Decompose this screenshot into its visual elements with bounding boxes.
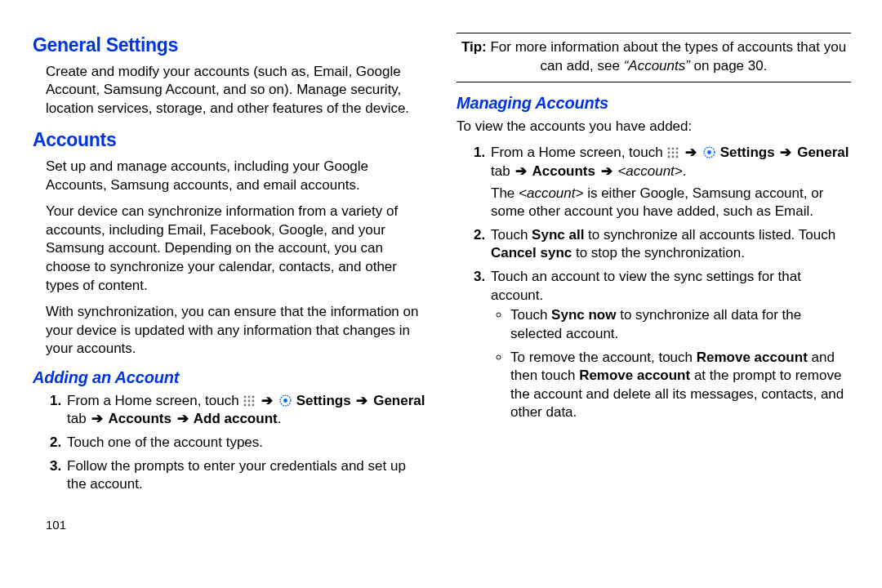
- paragraph: Create and modify your accounts (such as…: [46, 63, 427, 118]
- arrow-icon: ➔: [354, 393, 369, 408]
- bullet-item: Touch Sync now to synchronize all data f…: [510, 306, 851, 343]
- arrow-icon: ➔: [90, 411, 105, 426]
- heading-general-settings: General Settings: [33, 33, 427, 58]
- step-text: From a Home screen, touch: [491, 145, 666, 160]
- arrow-icon: ➔: [778, 145, 793, 160]
- label-accounts: Accounts: [528, 163, 599, 179]
- step-item: Touch one of the account types.: [65, 434, 427, 452]
- paragraph: Your device can synchronize information …: [46, 203, 427, 295]
- label-add-account: Add account: [190, 411, 278, 426]
- svg-point-18: [672, 156, 675, 158]
- svg-point-6: [244, 403, 247, 406]
- apps-icon: [667, 147, 679, 158]
- svg-point-15: [672, 152, 675, 154]
- label-settings: Settings: [720, 145, 779, 160]
- paragraph: With synchronization, you can ensure tha…: [46, 303, 427, 359]
- arrow-icon: ➔: [599, 163, 614, 179]
- svg-point-21: [707, 151, 711, 155]
- manual-page: General Settings Create and modify your …: [0, 0, 882, 588]
- tip-reference: “Accounts”: [624, 58, 690, 74]
- svg-point-3: [244, 399, 247, 402]
- label-general: General: [797, 145, 849, 160]
- label-remove-account: Remove account: [697, 350, 808, 365]
- svg-point-17: [668, 156, 670, 158]
- label-sync-now: Sync now: [551, 307, 616, 323]
- bullet-item: To remove the account, touch Remove acco…: [510, 349, 851, 422]
- steps-list: From a Home screen, touch ➔ Settings ➔ G…: [471, 144, 851, 422]
- label-accounts: Accounts: [105, 411, 175, 426]
- svg-point-13: [676, 148, 679, 150]
- svg-point-12: [672, 148, 675, 150]
- step-text: to synchronize all accounts listed. Touc…: [584, 227, 835, 243]
- text: .: [278, 411, 282, 426]
- svg-point-7: [248, 403, 251, 406]
- text: .: [683, 163, 687, 179]
- label-remove-account: Remove account: [579, 368, 690, 383]
- heading-adding-account: Adding an Account: [33, 367, 427, 389]
- step-text: to stop the synchronization.: [572, 245, 745, 261]
- label-general: General: [373, 393, 425, 408]
- account-placeholder: <account>: [519, 185, 583, 201]
- svg-point-14: [668, 152, 670, 154]
- arrow-icon: ➔: [514, 163, 528, 179]
- heading-accounts: Accounts: [33, 127, 427, 153]
- step-item: From a Home screen, touch ➔ Settings ➔ G…: [489, 144, 851, 220]
- step-text: From a Home screen, touch: [67, 393, 243, 408]
- tip-text: on page 30.: [690, 58, 768, 74]
- step-item: From a Home screen, touch ➔ Settings ➔ G…: [65, 392, 427, 429]
- svg-point-11: [668, 148, 670, 150]
- settings-gear-icon: [703, 146, 715, 158]
- step-text: The: [491, 185, 519, 201]
- bullet-list: Touch Sync now to synchronize all data f…: [496, 306, 851, 422]
- right-column: Tip: For more information about the type…: [457, 33, 851, 580]
- account-placeholder: <account>: [617, 163, 682, 179]
- paragraph: Set up and manage accounts, including yo…: [46, 158, 427, 194]
- steps-list: From a Home screen, touch ➔ Settings ➔ G…: [47, 392, 427, 494]
- step-text: Touch an account to view the sync settin…: [491, 269, 801, 303]
- settings-gear-icon: [279, 394, 292, 407]
- label-cancel-sync: Cancel sync: [491, 245, 572, 261]
- step-item: Touch Sync all to synchronize all accoun…: [489, 226, 851, 263]
- arrow-icon: ➔: [260, 393, 274, 408]
- svg-point-4: [248, 399, 251, 402]
- svg-point-0: [244, 395, 247, 398]
- svg-point-16: [676, 152, 679, 154]
- svg-point-2: [252, 395, 255, 398]
- svg-point-8: [252, 403, 255, 406]
- svg-point-10: [283, 399, 287, 403]
- bullet-text: To remove the account, touch: [510, 350, 697, 365]
- label-settings: Settings: [296, 393, 355, 408]
- left-column: General Settings Create and modify your …: [33, 33, 427, 580]
- step-text: Touch: [491, 227, 532, 243]
- arrow-icon: ➔: [176, 411, 190, 426]
- bullet-text: Touch: [510, 307, 551, 323]
- heading-managing-accounts: Managing Accounts: [457, 92, 851, 114]
- label-sync-all: Sync all: [532, 227, 584, 243]
- apps-icon: [243, 395, 255, 407]
- arrow-icon: ➔: [684, 145, 698, 160]
- text: tab: [491, 163, 514, 179]
- svg-point-5: [252, 399, 255, 402]
- tip-box: Tip: For more information about the type…: [457, 33, 851, 82]
- text: tab: [67, 411, 90, 426]
- step-item: Follow the prompts to enter your credent…: [65, 457, 427, 494]
- svg-point-19: [676, 156, 679, 158]
- page-number: 101: [46, 517, 427, 533]
- step-item: Touch an account to view the sync settin…: [489, 268, 851, 422]
- paragraph: To view the accounts you have added:: [457, 118, 851, 136]
- tip-label: Tip:: [461, 39, 487, 55]
- svg-point-1: [248, 395, 251, 398]
